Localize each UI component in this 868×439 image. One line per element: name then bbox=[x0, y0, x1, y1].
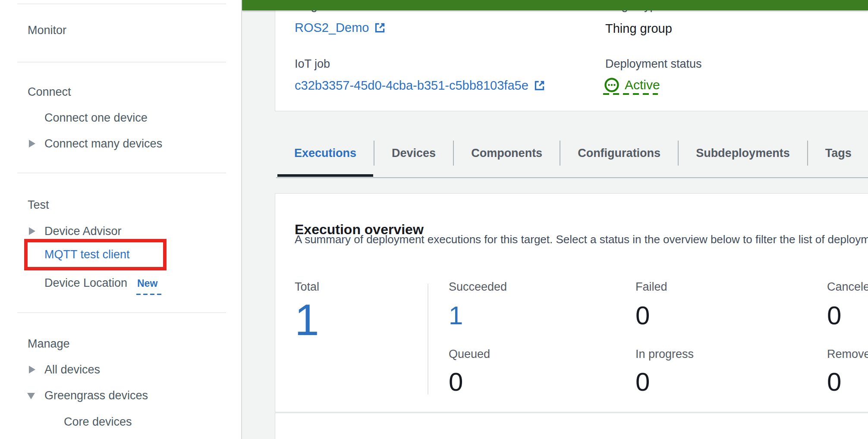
deployment-detail-card bbox=[275, 0, 868, 111]
stat-canceled-label: Canceled bbox=[827, 280, 868, 294]
external-link-icon bbox=[534, 80, 545, 91]
stat-removed-label: Removed bbox=[827, 348, 868, 361]
chevron-right-icon bbox=[29, 140, 35, 147]
status-tooltip-underline bbox=[603, 93, 658, 95]
status-active-text: Active bbox=[625, 78, 660, 92]
active-tab-indicator bbox=[277, 174, 373, 177]
tab-configurations[interactable]: Configurations bbox=[560, 141, 679, 166]
deployment-executions-card bbox=[275, 413, 868, 439]
tab-executions[interactable]: Executions bbox=[277, 141, 374, 166]
sidebar-item-manage[interactable]: Manage bbox=[28, 336, 70, 351]
iot-job-link-text: c32b3357-45d0-4cba-b351-c5bb8103fa5e bbox=[295, 78, 528, 93]
sidebar-item-test[interactable]: Test bbox=[28, 197, 49, 213]
iot-job-link[interactable]: c32b3357-45d0-4cba-b351-c5bb8103fa5e bbox=[295, 78, 545, 93]
sidebar-navigation: Monitor Connect Connect one device Conne… bbox=[0, 0, 242, 439]
aws-iot-console-screen: Target ROS2_Demo IoT job c32b3357-45d0-4… bbox=[0, 0, 868, 439]
stat-total-label: Total bbox=[295, 280, 319, 294]
target-type-value: Thing group bbox=[605, 21, 672, 36]
stat-canceled-value[interactable]: 0 bbox=[827, 301, 841, 330]
tab-subdeployments[interactable]: Subdeployments bbox=[679, 141, 808, 166]
sidebar-item-connect[interactable]: Connect bbox=[28, 84, 71, 100]
sidebar-item-device-advisor[interactable]: Device Advisor bbox=[44, 223, 122, 239]
sidebar-item-label: Connect many devices bbox=[44, 137, 162, 150]
sidebar-item-device-location[interactable]: Device Location New bbox=[44, 275, 127, 291]
execution-overview-description: A summary of deployment executions for t… bbox=[295, 233, 868, 246]
sidebar-divider bbox=[17, 172, 226, 173]
chevron-right-icon bbox=[29, 366, 35, 373]
target-link-text: ROS2_Demo bbox=[295, 20, 369, 35]
stat-total-value[interactable]: 1 bbox=[295, 296, 319, 344]
sidebar-divider bbox=[17, 62, 226, 63]
sidebar-item-core-devices[interactable]: Core devices bbox=[64, 414, 132, 430]
deployment-status-value[interactable]: Active bbox=[604, 77, 660, 93]
target-link[interactable]: ROS2_Demo bbox=[295, 20, 386, 35]
sidebar-item-monitor[interactable]: Monitor bbox=[28, 22, 66, 38]
external-link-icon bbox=[374, 22, 386, 34]
stat-failed-label: Failed bbox=[635, 280, 667, 294]
chevron-right-icon bbox=[29, 227, 35, 235]
chevron-down-icon bbox=[27, 393, 35, 399]
stat-in-progress-value[interactable]: 0 bbox=[635, 367, 650, 397]
mqtt-highlight-box: MQTT test client bbox=[24, 239, 167, 270]
sidebar-item-label: Device Advisor bbox=[44, 225, 122, 238]
sidebar-divider bbox=[17, 3, 226, 4]
new-badge: New bbox=[137, 276, 157, 291]
stat-succeeded-label: Succeeded bbox=[449, 280, 507, 294]
tab-devices[interactable]: Devices bbox=[374, 141, 454, 166]
tabs-baseline-rule bbox=[276, 177, 868, 178]
tab-tags[interactable]: Tags bbox=[808, 141, 868, 166]
sidebar-item-mqtt-test-client[interactable]: MQTT test client bbox=[44, 242, 130, 267]
sidebar-divider bbox=[17, 312, 226, 313]
sidebar-item-label: All devices bbox=[44, 363, 100, 376]
status-in-progress-icon bbox=[604, 77, 620, 93]
sidebar-item-greengrass-devices[interactable]: Greengrass devices bbox=[44, 388, 148, 403]
stat-queued-label: Queued bbox=[449, 348, 490, 361]
iot-job-label: IoT job bbox=[295, 57, 330, 70]
stat-queued-value[interactable]: 0 bbox=[449, 367, 463, 397]
stat-failed-value[interactable]: 0 bbox=[635, 301, 650, 330]
tab-components[interactable]: Components bbox=[454, 141, 560, 166]
deployment-status-label: Deployment status bbox=[605, 57, 702, 70]
sidebar-item-all-devices[interactable]: All devices bbox=[44, 362, 100, 377]
stat-in-progress-label: In progress bbox=[635, 348, 694, 361]
sidebar-item-label: Device Location bbox=[44, 276, 127, 289]
sidebar-item-connect-one-device[interactable]: Connect one device bbox=[44, 110, 148, 125]
stat-succeeded-value[interactable]: 1 bbox=[449, 301, 463, 330]
stat-removed-value[interactable]: 0 bbox=[827, 367, 841, 397]
sidebar-item-label: Greengrass devices bbox=[44, 389, 148, 402]
stats-divider bbox=[428, 284, 428, 395]
sidebar-item-connect-many-devices[interactable]: Connect many devices bbox=[44, 136, 162, 151]
notification-banner bbox=[242, 0, 868, 10]
tab-bar: Executions Devices Components Configurat… bbox=[277, 141, 868, 166]
